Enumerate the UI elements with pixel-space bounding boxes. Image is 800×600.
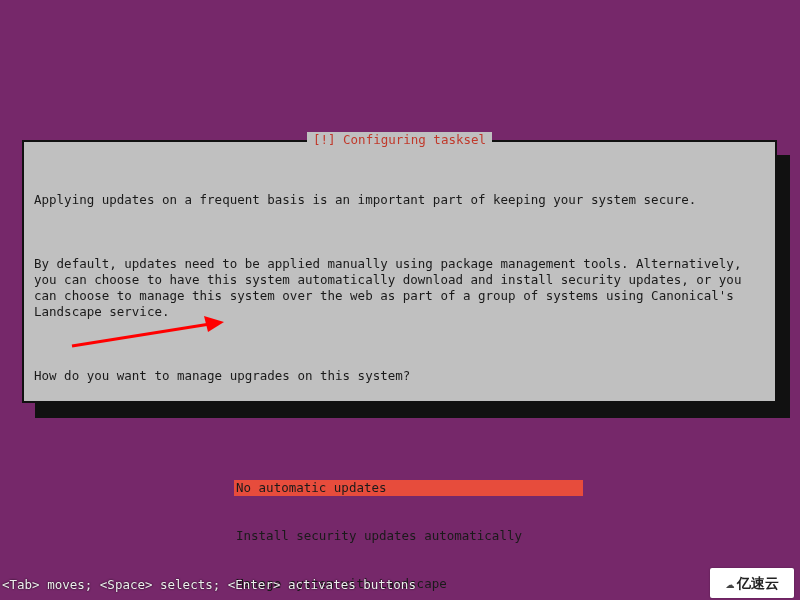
installer-screen: [!] Configuring tasksel Applying updates…: [0, 0, 800, 600]
watermark-text: 亿速云: [737, 575, 779, 591]
dialog-paragraph: By default, updates need to be applied m…: [34, 256, 765, 320]
dialog-paragraph: How do you want to manage upgrades on th…: [34, 368, 765, 384]
dialog-body: Applying updates on a frequent basis is …: [34, 160, 765, 600]
cloud-icon: ☁: [725, 575, 734, 591]
option-no-automatic-updates[interactable]: No automatic updates: [234, 480, 583, 496]
tasksel-dialog: [!] Configuring tasksel Applying updates…: [22, 140, 777, 403]
help-bar: <Tab> moves; <Space> selects; <Enter> ac…: [2, 577, 416, 593]
watermark-logo: ☁ 亿速云: [710, 568, 794, 598]
dialog-paragraph: Applying updates on a frequent basis is …: [34, 192, 765, 208]
option-install-security-updates[interactable]: Install security updates automatically: [234, 528, 583, 544]
dialog-title: [!] Configuring tasksel: [307, 132, 492, 148]
